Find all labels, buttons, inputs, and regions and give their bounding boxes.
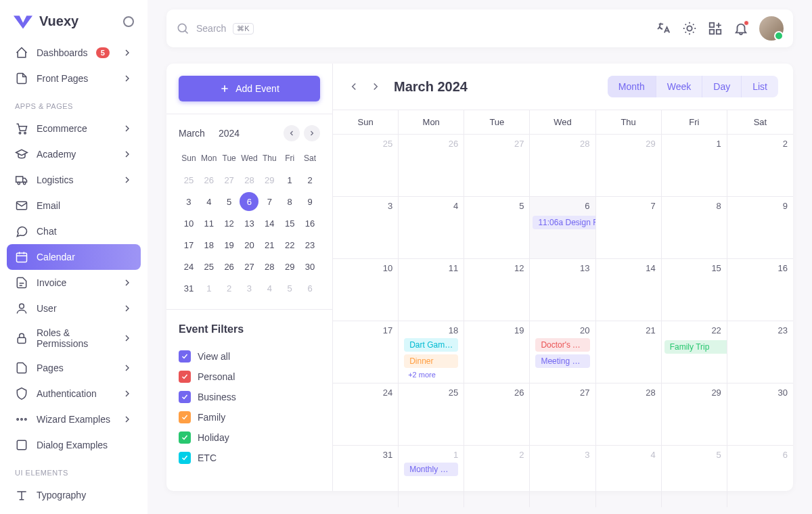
mini-day[interactable]: 6: [300, 279, 319, 298]
calendar-cell[interactable]: 4: [596, 446, 662, 507]
calendar-event[interactable]: Dart Game?: [404, 338, 458, 352]
calendar-cell[interactable]: 3: [333, 197, 399, 258]
calendar-cell[interactable]: 25: [399, 383, 464, 445]
nav-item-typography[interactable]: Typography: [7, 482, 141, 508]
view-day[interactable]: Day: [702, 76, 742, 97]
nav-item-authentication[interactable]: Authentication: [7, 381, 141, 406]
nav-item-user[interactable]: User: [7, 296, 141, 321]
calendar-cell[interactable]: 2: [727, 135, 793, 196]
mini-day[interactable]: 26: [200, 170, 219, 189]
mini-day[interactable]: 4: [260, 279, 279, 298]
calendar-cell[interactable]: 8: [662, 197, 727, 258]
mini-day[interactable]: 12: [220, 214, 239, 233]
mini-day[interactable]: 22: [280, 235, 299, 254]
mini-day[interactable]: 5: [280, 279, 299, 298]
theme-toggle-icon[interactable]: [682, 21, 697, 36]
mini-day[interactable]: 1: [200, 279, 219, 298]
mini-day[interactable]: 19: [220, 235, 239, 254]
calendar-event[interactable]: Dinner: [404, 354, 458, 368]
calendar-cell[interactable]: 6: [727, 446, 793, 507]
avatar[interactable]: [759, 16, 784, 41]
calendar-cell[interactable]: 5: [464, 197, 530, 258]
mini-day[interactable]: 17: [179, 235, 198, 254]
calendar-cell[interactable]: 3: [530, 446, 595, 507]
calendar-cell[interactable]: 28: [530, 135, 595, 196]
more-events-link[interactable]: +2 more: [404, 371, 458, 379]
filter-etc[interactable]: ETC: [179, 448, 320, 468]
view-week[interactable]: Week: [656, 76, 703, 97]
calendar-cell[interactable]: 19: [464, 321, 530, 383]
calendar-cell[interactable]: 20Doctor's AppointmentMeeting With Clien…: [530, 321, 595, 383]
calendar-cell[interactable]: 4: [399, 197, 464, 258]
mini-day[interactable]: 25: [200, 257, 219, 276]
calendar-cell[interactable]: 27: [464, 135, 530, 196]
mini-day[interactable]: 27: [220, 170, 239, 189]
nav-item-front-pages[interactable]: Front Pages: [7, 66, 141, 91]
filter-personal[interactable]: Personal: [179, 367, 320, 387]
calendar-cell[interactable]: 9: [727, 197, 793, 258]
mini-day[interactable]: 16: [300, 214, 319, 233]
calendar-cell[interactable]: 28: [596, 383, 662, 445]
calendar-cell[interactable]: 26: [464, 383, 530, 445]
calendar-cell[interactable]: 1: [662, 135, 727, 196]
filter-business[interactable]: Business: [179, 387, 320, 407]
mini-day[interactable]: 10: [179, 214, 198, 233]
mini-day[interactable]: 2: [220, 279, 239, 298]
mini-day[interactable]: 14: [260, 214, 279, 233]
calendar-event[interactable]: 11:06a Design Review: [533, 216, 595, 229]
mini-day[interactable]: 6: [240, 192, 258, 211]
mini-day[interactable]: 5: [220, 192, 239, 211]
nav-item-wizard-examples[interactable]: Wizard Examples: [7, 406, 141, 432]
calendar-cell[interactable]: 11: [399, 259, 464, 321]
nav-item-icons[interactable]: Icons: [7, 508, 141, 514]
calendar-cell[interactable]: 13: [530, 259, 595, 321]
mini-day[interactable]: 11: [200, 214, 219, 233]
calendar-cell[interactable]: 22Family Trip: [662, 321, 727, 383]
mini-day[interactable]: 9: [300, 192, 319, 211]
calendar-cell[interactable]: 5: [662, 446, 727, 507]
mini-day[interactable]: 15: [280, 214, 299, 233]
filter-view-all[interactable]: View all: [179, 346, 320, 367]
search-input[interactable]: Search ⌘K: [176, 22, 648, 35]
mini-day[interactable]: 2: [300, 170, 319, 189]
sidebar-pin-icon[interactable]: [123, 16, 134, 27]
filter-family[interactable]: Family: [179, 407, 320, 427]
calendar-cell[interactable]: 611:06a Design Review: [530, 197, 595, 258]
mini-day[interactable]: 31: [179, 279, 198, 298]
calendar-cell[interactable]: 16: [727, 259, 793, 321]
mini-day[interactable]: 13: [240, 214, 258, 233]
nav-item-dialog-examples[interactable]: Dialog Examples: [7, 432, 141, 458]
calendar-cell[interactable]: 27: [530, 383, 595, 445]
calendar-cell[interactable]: 25: [333, 135, 399, 196]
calendar-cell[interactable]: 29: [596, 135, 662, 196]
calendar-cell[interactable]: 12: [464, 259, 530, 321]
notifications-icon[interactable]: [734, 21, 748, 36]
calendar-cell[interactable]: 15: [662, 259, 727, 321]
mini-day[interactable]: 3: [179, 192, 198, 211]
nav-item-email[interactable]: Email: [7, 193, 141, 218]
nav-item-ecommerce[interactable]: Ecommerce: [7, 116, 141, 141]
mini-day[interactable]: 28: [260, 257, 279, 276]
calendar-cell[interactable]: 10: [333, 259, 399, 321]
calendar-cell[interactable]: 7: [596, 197, 662, 258]
calendar-cell[interactable]: 31: [333, 446, 399, 507]
mini-cal-prev[interactable]: [284, 125, 300, 141]
mini-day[interactable]: 20: [240, 235, 258, 254]
mini-day[interactable]: 24: [179, 257, 198, 276]
calendar-cell[interactable]: 26: [399, 135, 464, 196]
nav-item-pages[interactable]: Pages: [7, 355, 141, 381]
nav-item-roles-permissions[interactable]: Roles & Permissions: [7, 321, 141, 355]
cal-next-button[interactable]: [369, 80, 382, 93]
calendar-event[interactable]: Family Trip: [664, 340, 727, 354]
mini-day[interactable]: 29: [280, 257, 299, 276]
mini-day[interactable]: 18: [200, 235, 219, 254]
calendar-cell[interactable]: 14: [596, 259, 662, 321]
calendar-cell[interactable]: 30: [727, 383, 793, 445]
mini-day[interactable]: 30: [300, 257, 319, 276]
mini-day[interactable]: 23: [300, 235, 319, 254]
calendar-cell[interactable]: 21: [596, 321, 662, 383]
language-icon[interactable]: [656, 21, 671, 36]
cal-prev-button[interactable]: [348, 80, 360, 93]
view-list[interactable]: List: [742, 76, 778, 97]
calendar-cell[interactable]: 1Monthly Meeting: [399, 446, 464, 507]
